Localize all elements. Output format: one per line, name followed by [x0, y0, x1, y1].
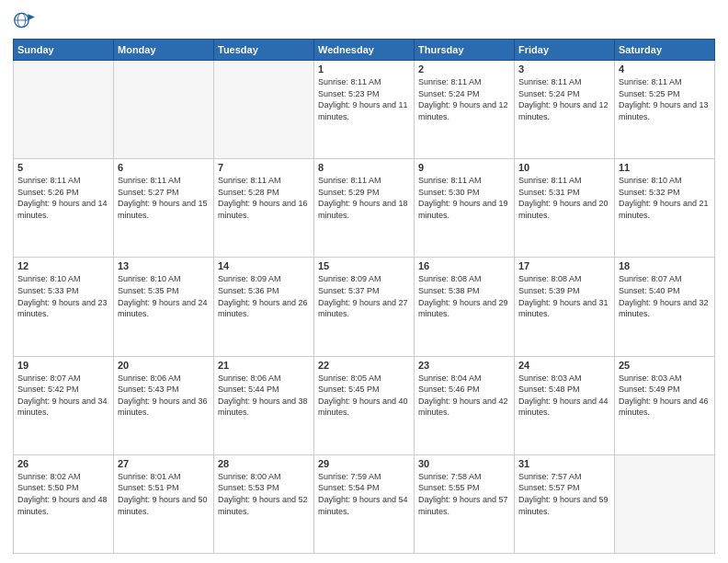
cell-info: Sunrise: 8:11 AMSunset: 5:29 PMDaylight:…: [318, 175, 410, 221]
page: SundayMondayTuesdayWednesdayThursdayFrid…: [0, 0, 728, 563]
day-number: 25: [619, 360, 711, 371]
day-number: 31: [518, 458, 610, 469]
calendar-cell: 29Sunrise: 7:59 AMSunset: 5:54 PMDayligh…: [314, 454, 415, 553]
calendar-cell: 22Sunrise: 8:05 AMSunset: 5:45 PMDayligh…: [314, 356, 415, 454]
svg-marker-4: [28, 14, 35, 20]
calendar-cell: 16Sunrise: 8:08 AMSunset: 5:38 PMDayligh…: [415, 258, 515, 356]
calendar-week-row: 12Sunrise: 8:10 AMSunset: 5:33 PMDayligh…: [14, 258, 715, 356]
calendar-header-saturday: Saturday: [615, 40, 715, 61]
day-number: 18: [619, 260, 711, 271]
calendar-cell: [214, 61, 314, 159]
calendar-header-sunday: Sunday: [14, 40, 114, 61]
calendar-week-row: 5Sunrise: 8:11 AMSunset: 5:26 PMDaylight…: [14, 159, 715, 258]
calendar-cell: 2Sunrise: 8:11 AMSunset: 5:24 PMDaylight…: [415, 61, 515, 159]
day-number: 4: [619, 63, 711, 75]
cell-info: Sunrise: 8:03 AMSunset: 5:49 PMDaylight:…: [619, 373, 711, 419]
calendar-cell: 3Sunrise: 8:11 AMSunset: 5:24 PMDaylight…: [515, 61, 615, 159]
cell-info: Sunrise: 8:08 AMSunset: 5:39 PMDaylight:…: [518, 273, 610, 319]
calendar-cell: [615, 454, 715, 553]
calendar-cell: 7Sunrise: 8:11 AMSunset: 5:28 PMDaylight…: [214, 159, 314, 258]
cell-info: Sunrise: 8:11 AMSunset: 5:26 PMDaylight:…: [17, 175, 109, 221]
calendar-cell: 8Sunrise: 8:11 AMSunset: 5:29 PMDaylight…: [314, 159, 415, 258]
calendar-cell: 11Sunrise: 8:10 AMSunset: 5:32 PMDayligh…: [615, 159, 715, 258]
calendar-cell: 23Sunrise: 8:04 AMSunset: 5:46 PMDayligh…: [415, 356, 515, 454]
day-number: 28: [218, 458, 310, 469]
cell-info: Sunrise: 8:11 AMSunset: 5:28 PMDaylight:…: [218, 175, 310, 221]
calendar-cell: 28Sunrise: 8:00 AMSunset: 5:53 PMDayligh…: [214, 454, 314, 553]
day-number: 1: [318, 63, 410, 75]
cell-info: Sunrise: 8:10 AMSunset: 5:35 PMDaylight:…: [118, 273, 210, 319]
day-number: 11: [619, 162, 711, 173]
cell-info: Sunrise: 8:00 AMSunset: 5:53 PMDaylight:…: [218, 471, 310, 517]
calendar-header-wednesday: Wednesday: [314, 40, 415, 61]
day-number: 10: [518, 162, 610, 173]
cell-info: Sunrise: 8:10 AMSunset: 5:32 PMDaylight:…: [619, 175, 711, 221]
day-number: 29: [318, 458, 410, 469]
calendar-cell: 4Sunrise: 8:11 AMSunset: 5:25 PMDaylight…: [615, 61, 715, 159]
calendar-cell: 17Sunrise: 8:08 AMSunset: 5:39 PMDayligh…: [515, 258, 615, 356]
day-number: 9: [418, 162, 510, 173]
day-number: 7: [218, 162, 310, 173]
cell-info: Sunrise: 8:07 AMSunset: 5:42 PMDaylight:…: [17, 373, 109, 419]
day-number: 24: [518, 360, 610, 371]
day-number: 5: [17, 162, 109, 173]
cell-info: Sunrise: 8:09 AMSunset: 5:36 PMDaylight:…: [218, 273, 310, 319]
cell-info: Sunrise: 8:01 AMSunset: 5:51 PMDaylight:…: [118, 471, 210, 517]
cell-info: Sunrise: 8:11 AMSunset: 5:27 PMDaylight:…: [118, 175, 210, 221]
cell-info: Sunrise: 8:03 AMSunset: 5:48 PMDaylight:…: [518, 373, 610, 419]
calendar-header-monday: Monday: [114, 40, 214, 61]
day-number: 27: [118, 458, 210, 469]
day-number: 23: [418, 360, 510, 371]
cell-info: Sunrise: 8:11 AMSunset: 5:24 PMDaylight:…: [418, 76, 510, 122]
cell-info: Sunrise: 8:11 AMSunset: 5:31 PMDaylight:…: [518, 175, 610, 221]
calendar-cell: 30Sunrise: 7:58 AMSunset: 5:55 PMDayligh…: [415, 454, 515, 553]
calendar-header-tuesday: Tuesday: [214, 40, 314, 61]
cell-info: Sunrise: 8:11 AMSunset: 5:24 PMDaylight:…: [518, 76, 610, 122]
cell-info: Sunrise: 8:11 AMSunset: 5:23 PMDaylight:…: [318, 76, 410, 122]
calendar-cell: 9Sunrise: 8:11 AMSunset: 5:30 PMDaylight…: [415, 159, 515, 258]
calendar-week-row: 26Sunrise: 8:02 AMSunset: 5:50 PMDayligh…: [14, 454, 715, 553]
cell-info: Sunrise: 7:57 AMSunset: 5:57 PMDaylight:…: [518, 471, 610, 517]
calendar-cell: 21Sunrise: 8:06 AMSunset: 5:44 PMDayligh…: [214, 356, 314, 454]
calendar-header-friday: Friday: [515, 40, 615, 61]
calendar-cell: [14, 61, 114, 159]
day-number: 19: [17, 360, 109, 371]
calendar-cell: 10Sunrise: 8:11 AMSunset: 5:31 PMDayligh…: [515, 159, 615, 258]
cell-info: Sunrise: 7:58 AMSunset: 5:55 PMDaylight:…: [418, 471, 510, 517]
calendar-cell: 18Sunrise: 8:07 AMSunset: 5:40 PMDayligh…: [615, 258, 715, 356]
calendar-cell: 25Sunrise: 8:03 AMSunset: 5:49 PMDayligh…: [615, 356, 715, 454]
calendar-cell: 6Sunrise: 8:11 AMSunset: 5:27 PMDaylight…: [114, 159, 214, 258]
calendar-cell: 19Sunrise: 8:07 AMSunset: 5:42 PMDayligh…: [14, 356, 114, 454]
cell-info: Sunrise: 8:06 AMSunset: 5:43 PMDaylight:…: [118, 373, 210, 419]
day-number: 3: [518, 63, 610, 75]
calendar-week-row: 19Sunrise: 8:07 AMSunset: 5:42 PMDayligh…: [14, 356, 715, 454]
day-number: 13: [118, 260, 210, 271]
calendar-table: SundayMondayTuesdayWednesdayThursdayFrid…: [13, 39, 715, 554]
calendar-cell: 15Sunrise: 8:09 AMSunset: 5:37 PMDayligh…: [314, 258, 415, 356]
calendar-cell: 27Sunrise: 8:01 AMSunset: 5:51 PMDayligh…: [114, 454, 214, 553]
day-number: 30: [418, 458, 510, 469]
day-number: 8: [318, 162, 410, 173]
cell-info: Sunrise: 8:02 AMSunset: 5:50 PMDaylight:…: [17, 471, 109, 517]
calendar-cell: 20Sunrise: 8:06 AMSunset: 5:43 PMDayligh…: [114, 356, 214, 454]
day-number: 14: [218, 260, 310, 271]
cell-info: Sunrise: 8:11 AMSunset: 5:25 PMDaylight:…: [619, 76, 711, 122]
calendar-cell: 13Sunrise: 8:10 AMSunset: 5:35 PMDayligh…: [114, 258, 214, 356]
day-number: 22: [318, 360, 410, 371]
day-number: 17: [518, 260, 610, 271]
calendar-cell: 26Sunrise: 8:02 AMSunset: 5:50 PMDayligh…: [14, 454, 114, 553]
day-number: 2: [418, 63, 510, 75]
cell-info: Sunrise: 8:09 AMSunset: 5:37 PMDaylight:…: [318, 273, 410, 319]
day-number: 26: [17, 458, 109, 469]
day-number: 6: [118, 162, 210, 173]
cell-info: Sunrise: 7:59 AMSunset: 5:54 PMDaylight:…: [318, 471, 410, 517]
day-number: 20: [118, 360, 210, 371]
logo-icon: [13, 9, 35, 31]
day-number: 21: [218, 360, 310, 371]
cell-info: Sunrise: 8:11 AMSunset: 5:30 PMDaylight:…: [418, 175, 510, 221]
calendar-cell: 1Sunrise: 8:11 AMSunset: 5:23 PMDaylight…: [314, 61, 415, 159]
calendar-cell: 5Sunrise: 8:11 AMSunset: 5:26 PMDaylight…: [14, 159, 114, 258]
header: [13, 9, 715, 31]
calendar-cell: 24Sunrise: 8:03 AMSunset: 5:48 PMDayligh…: [515, 356, 615, 454]
calendar-cell: 12Sunrise: 8:10 AMSunset: 5:33 PMDayligh…: [14, 258, 114, 356]
